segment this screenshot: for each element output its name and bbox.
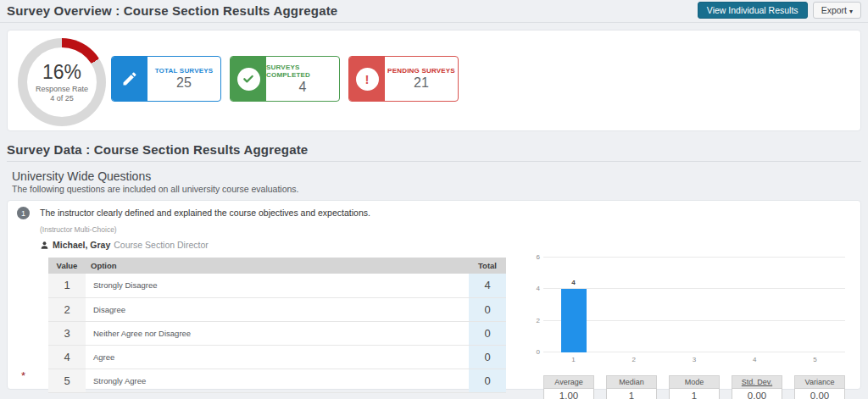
surveys-completed-value: 4 xyxy=(299,80,307,95)
table-row: 1 Strongly Disagree 4 xyxy=(48,274,506,297)
table-row: 3 Neither Agree nor Disagree 0 xyxy=(48,321,506,345)
y-tick-label: 6 xyxy=(530,253,540,261)
required-asterisk: * xyxy=(21,369,25,382)
bar-value-label: 4 xyxy=(571,279,575,286)
section-title: University Wide Questions xyxy=(12,169,856,183)
x-tick-label: 3 xyxy=(693,356,696,363)
row-value: 5 xyxy=(48,369,86,392)
x-tick-label: 2 xyxy=(632,356,636,363)
row-total: 0 xyxy=(469,321,506,345)
overview-cards: TOTAL SURVEYS 25 SURVEYS COMPLETED 4 ! P… xyxy=(111,56,459,102)
row-option: Agree xyxy=(86,345,469,369)
page-title: Survey Overview : Course Section Results… xyxy=(7,3,337,18)
table-row: 2 Disagree 0 xyxy=(48,297,506,321)
row-total: 0 xyxy=(469,345,506,369)
row-option: Disagree xyxy=(86,297,469,321)
stat-box-variance: Variance 0.00 xyxy=(794,375,845,399)
instructor-name: Michael, Gray xyxy=(53,240,110,250)
x-tick-label: 4 xyxy=(753,356,756,363)
export-button[interactable]: Export▾ xyxy=(813,2,861,19)
row-total: 4 xyxy=(469,274,506,297)
row-value: 3 xyxy=(48,321,86,345)
stat-label[interactable]: Std. Dev. xyxy=(732,375,782,388)
surveys-completed-label: SURVEYS COMPLETED xyxy=(266,64,339,79)
total-surveys-body: TOTAL SURVEYS 25 xyxy=(147,57,220,101)
pending-surveys-card: ! PENDING SURVEYS 21 xyxy=(348,56,459,102)
instructor-role: Course Section Director xyxy=(114,240,208,250)
row-value: 4 xyxy=(48,345,86,369)
gridline xyxy=(543,320,845,321)
instructor-row: Michael, Gray Course Section Director xyxy=(40,240,852,250)
options-table: Value Option Total 1 Strongly Disagree 4… xyxy=(48,258,506,399)
row-total: 0 xyxy=(469,297,506,321)
response-rate-label: Response Rate xyxy=(36,85,88,93)
stat-box-average: Average 1.00 xyxy=(543,375,594,399)
row-option: Strongly Disagree xyxy=(86,274,469,297)
row-option: Strongly Agree xyxy=(86,369,469,392)
total-surveys-value: 25 xyxy=(176,75,192,91)
pending-surveys-value: 21 xyxy=(414,75,429,91)
surveys-completed-card: SURVEYS COMPLETED 4 xyxy=(230,56,340,102)
row-option: Neither Agree nor Disagree xyxy=(86,321,469,345)
stat-value: 1 xyxy=(606,388,657,399)
column-header-total: Total xyxy=(469,258,506,274)
stat-value: 0.00 xyxy=(794,388,845,399)
stat-value: 1 xyxy=(669,388,720,399)
question-number-badge: 1 xyxy=(17,207,30,219)
stat-label: Mode xyxy=(669,375,720,388)
y-tick-label: 4 xyxy=(530,285,540,292)
column-header-value: Value xyxy=(48,258,86,274)
y-tick-label: 0 xyxy=(530,348,540,356)
row-value: 1 xyxy=(48,274,86,297)
top-header: Survey Overview : Course Section Results… xyxy=(0,0,868,23)
bar-chart-xlabels: 12345 xyxy=(543,352,845,365)
section-description: The following questions are included on … xyxy=(12,184,856,194)
gridline xyxy=(543,257,845,258)
check-icon xyxy=(231,57,266,101)
pending-surveys-label: PENDING SURVEYS xyxy=(387,67,455,75)
stat-label: Average xyxy=(543,375,594,388)
stat-label: Median xyxy=(606,375,657,388)
stat-box-std-dev: Std. Dev. 0.00 xyxy=(732,375,782,399)
table-row: 5 Strongly Agree 0 xyxy=(48,369,506,392)
pending-surveys-body: PENDING SURVEYS 21 xyxy=(385,57,458,101)
exclamation-icon: ! xyxy=(349,57,385,101)
question-type: (Instructor Multi-Choice) xyxy=(40,225,852,234)
overview-panel: 16% Response Rate 4 of 25 TOTAL SURVEYS … xyxy=(7,30,861,131)
summary-stats-row: Average 1.00 Median 1 Mode 1 Std. Dev. 0… xyxy=(543,375,845,399)
row-value: 2 xyxy=(48,297,86,321)
question-panel: 1 The instructor clearly defined and exp… xyxy=(7,200,861,390)
survey-data-title: Survey Data : Course Section Results Agg… xyxy=(7,142,861,162)
results-chart: 02464 12345 Average 1.00 Median 1 Mode 1… xyxy=(530,258,852,399)
bar xyxy=(561,289,587,352)
table-row: 4 Agree 0 xyxy=(48,345,506,369)
stat-label: Variance xyxy=(794,375,845,388)
question-columns: Value Option Total 1 Strongly Disagree 4… xyxy=(40,258,852,399)
stat-box-median: Median 1 xyxy=(606,375,657,399)
response-rate-donut-hole: 16% Response Rate 4 of 25 xyxy=(27,47,97,117)
row-total: 0 xyxy=(469,369,506,392)
response-rate-donut: 16% Response Rate 4 of 25 xyxy=(18,38,106,126)
bar-chart-plot: 02464 xyxy=(543,258,845,352)
x-tick-label: 1 xyxy=(571,356,575,363)
total-surveys-card: TOTAL SURVEYS 25 xyxy=(111,56,221,102)
export-button-label: Export xyxy=(821,5,847,15)
stat-value: 0.00 xyxy=(732,388,782,399)
response-rate-fraction: 4 of 25 xyxy=(50,94,74,103)
stat-value: 1.00 xyxy=(543,388,594,399)
gridline xyxy=(543,288,845,289)
x-tick-label: 5 xyxy=(813,356,816,363)
view-individual-results-button[interactable]: View Individual Results xyxy=(698,2,808,19)
chevron-down-icon: ▾ xyxy=(849,8,853,15)
question-text: The instructor clearly defined and expla… xyxy=(40,208,852,218)
pencil-icon xyxy=(112,57,147,101)
university-wide-questions-section: University Wide Questions The following … xyxy=(12,169,856,194)
header-actions: View Individual Results Export▾ xyxy=(698,2,861,19)
table-header-row: Value Option Total xyxy=(48,258,506,274)
column-header-option: Option xyxy=(86,258,469,274)
surveys-completed-body: SURVEYS COMPLETED 4 xyxy=(266,57,339,101)
response-rate-percent: 16% xyxy=(42,63,81,82)
total-surveys-label: TOTAL SURVEYS xyxy=(155,67,214,75)
stat-box-mode: Mode 1 xyxy=(669,375,720,399)
person-icon xyxy=(40,241,49,250)
